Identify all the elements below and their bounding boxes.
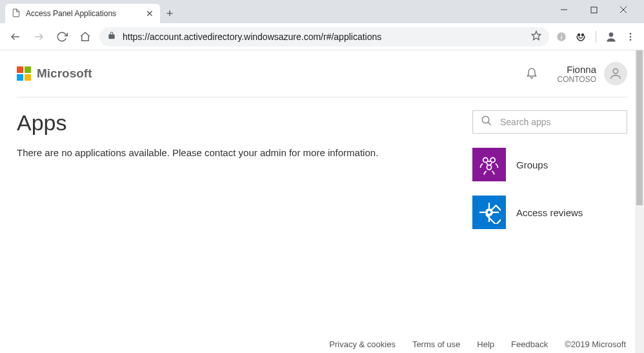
side-item-label: Groups xyxy=(516,159,548,170)
svg-point-16 xyxy=(613,69,618,74)
window-minimize-button[interactable] xyxy=(555,1,573,19)
access-reviews-tile-icon xyxy=(472,196,506,229)
svg-rect-1 xyxy=(591,7,597,13)
lock-icon xyxy=(107,31,116,42)
side-item-groups[interactable]: Groups xyxy=(472,148,627,181)
side-item-label: Access reviews xyxy=(516,207,583,218)
svg-point-13 xyxy=(630,33,632,35)
footer-link-privacy[interactable]: Privacy & cookies xyxy=(329,339,396,349)
svg-rect-9 xyxy=(561,35,561,39)
browser-tab[interactable]: Access Panel Applications ✕ xyxy=(5,4,160,23)
window-maximize-button[interactable] xyxy=(585,1,603,19)
browser-tab-bar: Access Panel Applications ✕ + xyxy=(0,0,644,23)
microsoft-logo-icon xyxy=(17,66,31,81)
back-button[interactable] xyxy=(6,28,25,46)
svg-marker-6 xyxy=(532,31,540,39)
avatar xyxy=(604,62,627,85)
svg-line-23 xyxy=(487,163,488,165)
svg-point-11 xyxy=(582,34,584,35)
browser-toolbar: https://account.activedirectory.windowsa… xyxy=(0,23,644,50)
forward-button[interactable] xyxy=(30,28,48,46)
notifications-button[interactable] xyxy=(525,65,538,82)
search-icon xyxy=(481,115,492,129)
profile-button[interactable] xyxy=(604,30,618,44)
groups-tile-icon xyxy=(472,148,506,181)
svg-point-27 xyxy=(488,211,491,214)
svg-point-15 xyxy=(630,39,632,41)
user-name: Fionna xyxy=(558,64,596,75)
url-text: https://account.activedirectory.windowsa… xyxy=(123,32,525,42)
search-apps-box[interactable] xyxy=(472,110,627,134)
extension-icon-2[interactable] xyxy=(574,30,588,44)
svg-point-14 xyxy=(630,35,632,37)
page-footer: Privacy & cookies Terms of use Help Feed… xyxy=(329,339,626,349)
page-icon xyxy=(12,8,21,19)
page-viewport: Microsoft Fionna CONTOSO xyxy=(0,50,644,353)
empty-state-message: There are no applications available. Ple… xyxy=(17,147,453,158)
footer-copyright: ©2019 Microsoft xyxy=(565,339,626,349)
new-tab-button[interactable]: + xyxy=(160,4,179,23)
microsoft-logo[interactable]: Microsoft xyxy=(17,66,92,81)
browser-tab-title: Access Panel Applications xyxy=(26,9,116,18)
svg-point-17 xyxy=(482,116,489,123)
svg-point-20 xyxy=(490,157,495,162)
home-button[interactable] xyxy=(76,28,94,46)
svg-line-24 xyxy=(490,163,492,165)
svg-rect-8 xyxy=(561,34,561,35)
window-close-button[interactable] xyxy=(614,1,632,19)
tab-close-button[interactable]: ✕ xyxy=(146,8,154,19)
svg-line-18 xyxy=(488,122,491,125)
bookmark-star-icon[interactable] xyxy=(531,30,541,43)
scrollbar-thumb[interactable] xyxy=(636,50,643,205)
svg-point-19 xyxy=(483,157,488,162)
svg-point-10 xyxy=(578,34,580,35)
window-controls xyxy=(555,0,644,19)
user-org: CONTOSO xyxy=(558,75,596,84)
address-bar[interactable]: https://account.activedirectory.windowsa… xyxy=(99,27,549,46)
microsoft-logo-text: Microsoft xyxy=(37,66,92,81)
footer-link-terms[interactable]: Terms of use xyxy=(412,339,460,349)
page-header: Microsoft Fionna CONTOSO xyxy=(17,62,627,97)
footer-link-help[interactable]: Help xyxy=(477,339,494,349)
browser-menu-button[interactable] xyxy=(623,30,638,44)
scrollbar-track[interactable] xyxy=(635,50,644,353)
user-menu[interactable]: Fionna CONTOSO xyxy=(558,62,627,85)
page-title: Apps xyxy=(17,110,453,136)
search-input[interactable] xyxy=(500,117,619,127)
svg-point-21 xyxy=(487,165,491,170)
toolbar-divider xyxy=(596,31,596,43)
extension-icon-1[interactable] xyxy=(554,30,569,44)
footer-link-feedback[interactable]: Feedback xyxy=(511,339,548,349)
side-item-access-reviews[interactable]: Access reviews xyxy=(472,196,627,229)
svg-point-12 xyxy=(609,32,614,37)
reload-button[interactable] xyxy=(53,28,71,46)
